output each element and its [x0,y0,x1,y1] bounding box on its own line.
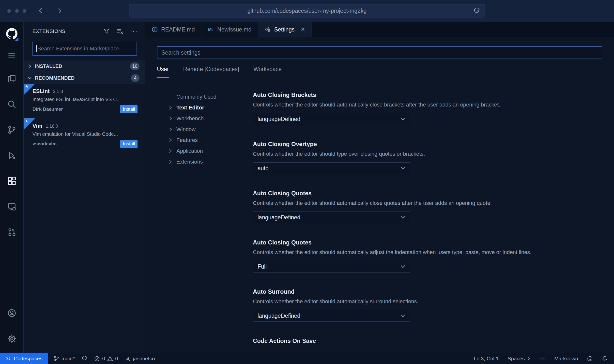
sidebar-title: EXTENSIONS [32,29,103,34]
activity-run-debug-button[interactable] [0,143,23,168]
setting-dropdown[interactable]: Full [253,261,410,273]
chevron-down-icon [27,75,33,81]
extension-row-eslint[interactable]: ★ ESLint 2.1.8 Integrates ESLint JavaScr… [24,84,145,118]
setting-auto-closing-brackets: Auto Closing Brackets Controls whether t… [253,91,599,125]
extension-version: 2.1.8 [53,89,63,94]
address-bar[interactable]: github.com/codespaces/user-my-project-mg… [129,4,485,17]
chevron-right-icon [168,127,176,132]
branch-status-button[interactable]: main* [53,356,75,362]
chevron-down-icon [400,116,406,122]
chevron-right-icon [168,116,176,121]
info-icon [152,26,158,33]
scope-tab-workspace[interactable]: Workspace [253,66,282,78]
browser-back-button[interactable] [37,7,45,15]
toc-features[interactable]: Features [168,135,253,146]
eol-button[interactable]: LF [539,356,546,362]
tab-settings[interactable]: Settings ✕ [258,22,312,37]
setting-title: Auto Closing Brackets [253,91,599,98]
extensions-sidebar: EXTENSIONS ··· Search Extensions in Mark… [24,22,145,353]
dropdown-value: languageDefined [258,313,300,319]
editor-tab-bar: README.md M↓ NewIssue.md Settings ✕ [145,22,614,37]
section-recommended[interactable]: RECOMMENDED 4 [24,72,145,84]
setting-dropdown[interactable]: auto [253,162,410,174]
activity-extensions-button[interactable] [0,168,23,194]
toc-label: Features [176,137,198,143]
language-value: Markdown [554,356,578,362]
activity-search-button[interactable] [0,91,23,117]
menu-button[interactable] [0,46,23,66]
extension-row-vim[interactable]: ★ Vim 1.16.0 Vim emulation for Visual St… [24,118,145,153]
close-tab-icon[interactable]: ✕ [301,27,305,32]
cursor-position-button[interactable]: Ln 3, Col 1 [474,356,499,362]
browser-forward-button[interactable] [56,7,63,15]
problems-button[interactable]: 0 0 [94,356,118,362]
scope-tab-remote[interactable]: Remote [Codespaces] [183,66,239,78]
toc-workbench[interactable]: Workbench [168,113,253,124]
chevron-left-icon [37,7,45,15]
settings-search-input[interactable]: Search settings [157,46,602,59]
chevron-right-icon [168,148,176,154]
notifications-button[interactable] [602,356,608,362]
setting-description: Controls whether the editor should autom… [253,298,599,305]
sync-changes-button[interactable] [81,356,87,362]
toc-text-editor[interactable]: Text Editor [168,102,253,113]
toc-application[interactable]: Application [168,146,253,156]
clear-extensions-search-button[interactable] [117,28,123,34]
toc-commonly-used[interactable]: Commonly Used [168,91,253,102]
extension-version: 1.16.0 [46,124,58,129]
extension-description: Integrates ESLint JavaScript into VS C..… [32,97,138,102]
toc-window[interactable]: Window [168,124,253,135]
setting-title: Code Actions On Save [253,337,599,344]
setting-dropdown[interactable]: languageDefined [253,212,410,223]
activity-pull-request-button[interactable] [0,219,23,245]
setting-description: Controls whether the editor should type … [253,151,599,157]
setting-title: Auto Surround [253,288,599,295]
scope-tab-user[interactable]: User [157,66,169,78]
more-actions-button[interactable]: ··· [130,30,138,33]
codespaces-label: Codespaces [14,356,43,362]
codespaces-remote-button[interactable]: Codespaces [0,353,48,364]
activity-bar [0,22,24,353]
tab-newissue[interactable]: M↓ NewIssue.md [201,22,258,37]
install-button[interactable]: Install [120,105,138,113]
sync-icon [81,356,87,362]
toc-extensions[interactable]: Extensions [168,156,253,167]
activity-source-control-button[interactable] [0,117,23,143]
clear-list-icon [117,28,123,34]
feedback-button[interactable] [587,356,593,362]
browser-chrome: github.com/codespaces/user-my-project-mg… [0,0,614,22]
window-minimize-button[interactable] [15,9,19,13]
setting-dropdown[interactable]: languageDefined [253,310,410,322]
setting-dropdown[interactable]: languageDefined [253,113,410,125]
remote-explorer-icon [7,202,16,211]
extension-description: Vim emulation for Visual Studio Code... [32,131,138,137]
chevron-down-icon [400,264,406,269]
tab-readme[interactable]: README.md [145,22,201,37]
warning-icon [107,356,113,362]
chevron-down-icon [400,313,406,318]
refresh-button[interactable] [473,7,480,14]
section-recommended-label: RECOMMENDED [35,75,129,81]
filter-extensions-button[interactable] [103,28,110,34]
language-mode-button[interactable]: Markdown [554,356,578,362]
activity-explorer-button[interactable] [0,66,23,91]
extensions-search-input[interactable]: Search Extensions in Marketplace [32,42,137,56]
settings-scope-tabs: User Remote [Codespaces] Workspace [157,66,614,78]
dropdown-value: auto [258,165,269,172]
extensions-icon [7,176,17,186]
tab-label: README.md [161,26,195,33]
window-zoom-button[interactable] [23,9,26,13]
install-button[interactable]: Install [120,140,138,148]
settings-gear-button[interactable] [0,326,23,351]
section-installed[interactable]: INSTALLED 16 [24,61,145,72]
window-close-button[interactable] [7,9,11,13]
error-count: 0 [102,356,105,362]
setting-description: Controls whether the editor should autom… [253,102,599,108]
markdown-icon: M↓ [208,27,214,32]
toc-label: Text Editor [176,105,204,111]
indentation-button[interactable]: Spaces: 2 [507,356,530,362]
activity-remote-explorer-button[interactable] [0,194,23,219]
signed-in-user-button[interactable]: jasonetco [125,356,155,362]
account-button[interactable] [0,300,23,326]
extension-publisher: vscodevim [32,141,120,147]
